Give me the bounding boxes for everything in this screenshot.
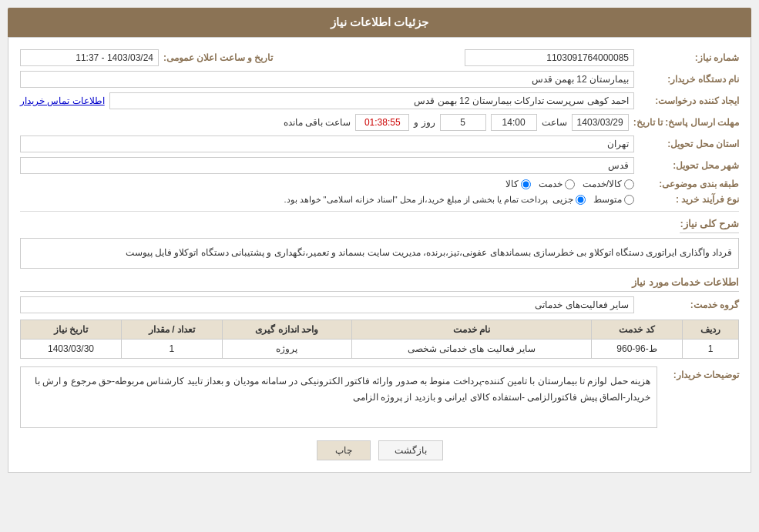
col-vahed: واحد اندازه گیری <box>222 320 351 339</box>
tarikh-elam-label: تاریخ و ساعت اعلان عمومی: <box>163 52 273 63</box>
cell-vahed: پروژه <box>222 339 351 358</box>
farayand-note: پرداخت تمام یا بخشی از مبلغ خرید،از محل … <box>284 195 548 205</box>
tabaghe-label-khadamat: خدمت <box>539 179 563 189</box>
mohlat-remaining-label: ساعت باقی مانده <box>284 117 351 128</box>
farayand-option-motavasset: متوسط <box>593 194 634 205</box>
page-wrapper: جزئیات اطلاعات نیاز شماره نیاز: 11030917… <box>0 0 759 480</box>
shahr-value: قدس <box>20 157 634 174</box>
shomara-value: 1103091764000085 <box>465 49 634 66</box>
farayand-label-motavasset: متوسط <box>593 194 622 205</box>
notes-value: هزینه حمل لوازم تا بیمارستان با تامین کن… <box>20 366 657 428</box>
header-title: جزئیات اطلاعات نیاز <box>331 15 428 28</box>
notes-row: توضیحات خریدار: هزینه حمل لوازم تا بیمار… <box>20 366 739 433</box>
main-card: شماره نیاز: 1103091764000085 تاریخ و ساع… <box>8 37 751 473</box>
tabaghe-radio-group: کالا/خدمت خدمت کالا <box>505 179 634 189</box>
row-ijad: ایجاد کننده درخواست: احمد کوهی سرپرست تد… <box>20 92 739 109</box>
col-radif: ردیف <box>682 320 738 339</box>
row-ostan: استان محل تحویل: تهران <box>20 136 739 152</box>
cell-tarikh: 1403/03/30 <box>21 339 122 358</box>
print-button[interactable]: چاپ <box>317 440 371 460</box>
table-header-row: ردیف کد خدمت نام خدمت واحد اندازه گیری ت… <box>21 320 739 339</box>
tabaghe-radio-kala-khadamat[interactable] <box>624 179 634 189</box>
row-group: گروه خدمت: سایر فعالیت‌های خدماتی <box>20 296 739 313</box>
tarikh-elam-value: 1403/03/24 - 11:37 <box>20 49 159 66</box>
farayand-option-jozi: جزیی <box>552 194 586 205</box>
cell-nam: سایر فعالیت های خدماتی شخصی <box>351 339 592 358</box>
page-header: جزئیات اطلاعات نیاز <box>8 8 751 37</box>
farayand-radio-jozi[interactable] <box>576 195 586 205</box>
ostan-value: تهران <box>20 136 634 152</box>
tabaghe-option-kala-khadamat: کالا/خدمت <box>583 179 634 189</box>
farayand-radio-motavasset[interactable] <box>624 195 634 205</box>
col-tarikh: تاریخ نیاز <box>21 320 122 339</box>
tabaghe-label-kala-khadamat: کالا/خدمت <box>583 179 622 189</box>
cell-radif: 1 <box>682 339 738 358</box>
nam-dastgah-label: نام دستگاه خریدار: <box>639 74 739 85</box>
farayand-label-jozi: جزیی <box>552 194 573 205</box>
row-tabaghe: طبقه بندی موضوعی: کالا/خدمت خدمت کالا <box>20 179 739 189</box>
group-label: گروه خدمت: <box>639 299 739 310</box>
row-sharh-title: شرح کلی نیاز: <box>20 218 739 233</box>
row-mohlat: مهلت ارسال پاسخ: تا تاریخ: 1403/03/29 سا… <box>20 114 739 131</box>
cell-kod: ط-96-960 <box>592 339 683 358</box>
tabaghe-option-kala: کالا <box>505 179 531 189</box>
mohlat-time-label: ساعت <box>542 117 567 128</box>
mohlat-day-label: روز و <box>414 117 435 128</box>
mohlat-time: 14:00 <box>491 114 537 131</box>
ijad-label: ایجاد کننده درخواست: <box>639 95 739 106</box>
mohlat-remaining: 01:38:55 <box>355 114 409 131</box>
tabaghe-radio-kala[interactable] <box>521 179 531 189</box>
divider-1 <box>20 211 739 212</box>
col-kod: کد خدمت <box>592 320 683 339</box>
ijad-link[interactable]: اطلاعات تماس خریدار <box>20 95 105 106</box>
row-shomara: شماره نیاز: 1103091764000085 تاریخ و ساع… <box>20 49 739 66</box>
shahr-label: شهر محل تحویل: <box>639 160 739 171</box>
tabaghe-option-khadamat: خدمت <box>539 179 575 189</box>
mohlat-label: مهلت ارسال پاسخ: تا تاریخ: <box>633 117 739 128</box>
group-value: سایر فعالیت‌های خدماتی <box>20 296 634 313</box>
back-button[interactable]: بازگشت <box>378 440 443 460</box>
ostan-label: استان محل تحویل: <box>639 139 739 149</box>
farayand-label: نوع فرآیند خرید : <box>639 194 739 205</box>
nam-dastgah-value: بیمارستان 12 بهمن قدس <box>20 71 634 88</box>
farayand-radio-group: متوسط جزیی <box>552 194 634 205</box>
button-row: بازگشت چاپ <box>20 440 739 460</box>
sharh-value: قرداد واگذاری ایراتوری دستگاه اتوکلاو بی… <box>20 238 739 269</box>
col-tedad: تعداد / مقدار <box>121 320 222 339</box>
row-shahr: شهر محل تحویل: قدس <box>20 157 739 174</box>
cell-tedad: 1 <box>121 339 222 358</box>
row-nam-dastgah: نام دستگاه خریدار: بیمارستان 12 بهمن قدس <box>20 71 739 88</box>
sharh-section-title: شرح کلی نیاز: <box>680 218 739 233</box>
notes-label: توضیحات خریدار: <box>662 366 739 380</box>
tabaghe-label: طبقه بندی موضوعی: <box>639 179 739 189</box>
services-table: ردیف کد خدمت نام خدمت واحد اندازه گیری ت… <box>20 320 739 359</box>
col-nam: نام خدمت <box>351 320 592 339</box>
khadamat-section-title: اطلاعات خدمات مورد نیاز <box>20 276 739 292</box>
table-row: 1ط-96-960سایر فعالیت های خدماتی شخصیپروژ… <box>21 339 739 358</box>
tabaghe-label-kala: کالا <box>505 179 519 189</box>
row-farayand: نوع فرآیند خرید : متوسط جزیی پرداخت تمام… <box>20 194 739 205</box>
tabaghe-radio-khadamat[interactable] <box>565 179 575 189</box>
mohlat-days: 5 <box>440 114 486 131</box>
mohlat-date: 1403/03/29 <box>572 114 629 131</box>
ijad-value: احمد کوهی سرپرست تدارکات بیمارستان 12 به… <box>109 92 634 109</box>
shomara-label: شماره نیاز: <box>639 52 739 63</box>
